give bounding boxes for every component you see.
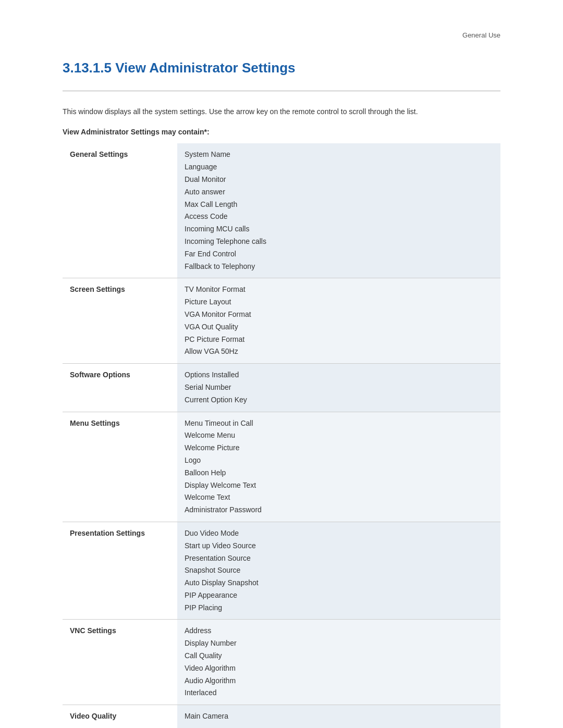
section-divider <box>63 91 500 91</box>
items-cell: System NameLanguageDual MonitorAuto answ… <box>177 143 500 278</box>
category-cell: Video Quality <box>63 705 177 728</box>
table-row: VNC SettingsAddressDisplay NumberCall Qu… <box>63 620 500 705</box>
table-row: Software OptionsOptions InstalledSerial … <box>63 364 500 412</box>
category-cell: Software Options <box>63 364 177 412</box>
subtitle-label: View Administrator Settings may contain*… <box>63 128 500 136</box>
header-section-label: General Use <box>462 31 500 39</box>
category-cell: General Settings <box>63 143 177 278</box>
category-cell: Screen Settings <box>63 278 177 364</box>
settings-table: General SettingsSystem NameLanguageDual … <box>63 143 500 728</box>
intro-paragraph: This window displays all the system sett… <box>63 106 500 117</box>
page-title: 3.13.1.5 View Administrator Settings <box>63 60 500 76</box>
items-cell: TV Monitor FormatPicture LayoutVGA Monit… <box>177 278 500 364</box>
page-header: General Use <box>63 31 500 39</box>
category-cell: Presentation Settings <box>63 522 177 620</box>
table-row: Presentation SettingsDuo Video ModeStart… <box>63 522 500 620</box>
table-row: Screen SettingsTV Monitor FormatPicture … <box>63 278 500 364</box>
table-row: General SettingsSystem NameLanguageDual … <box>63 143 500 278</box>
items-cell: Main Camera <box>177 705 500 728</box>
items-cell: AddressDisplay NumberCall QualityVideo A… <box>177 620 500 705</box>
page: General Use 3.13.1.5 View Administrator … <box>0 0 563 728</box>
category-cell: Menu Settings <box>63 412 177 522</box>
items-cell: Options InstalledSerial NumberCurrent Op… <box>177 364 500 412</box>
items-cell: Menu Timeout in CallWelcome MenuWelcome … <box>177 412 500 522</box>
items-cell: Duo Video ModeStart up Video SourcePrese… <box>177 522 500 620</box>
table-row: Video QualityMain Camera <box>63 705 500 728</box>
table-row: Menu SettingsMenu Timeout in CallWelcome… <box>63 412 500 522</box>
category-cell: VNC Settings <box>63 620 177 705</box>
